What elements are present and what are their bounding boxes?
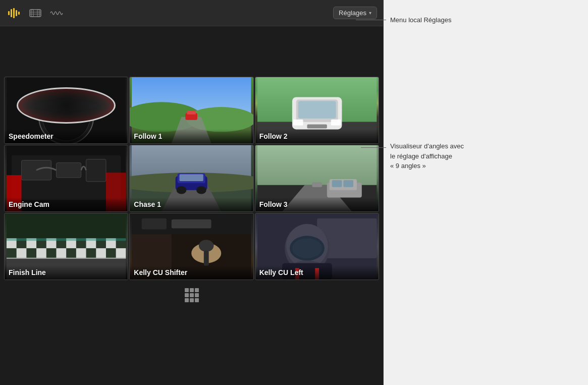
angle-cell-follow2[interactable]: Follow 2	[255, 77, 379, 144]
kellycculeft-label: Kelly CU Left	[255, 265, 379, 280]
svg-rect-72	[7, 238, 126, 241]
annotation-settings-text: Menu local Réglages	[390, 15, 451, 25]
grid-dot	[195, 293, 199, 297]
svg-rect-37	[56, 162, 81, 178]
svg-rect-64	[17, 248, 27, 258]
svg-rect-25	[187, 111, 196, 115]
waveform-icon[interactable]	[6, 5, 22, 21]
svg-point-19	[63, 114, 69, 120]
svg-rect-30	[298, 101, 336, 118]
svg-rect-68	[96, 248, 106, 258]
svg-rect-69	[116, 248, 126, 258]
svg-rect-65	[36, 248, 46, 258]
svg-rect-66	[56, 248, 66, 258]
grid-dot	[195, 288, 199, 292]
svg-rect-81	[172, 219, 211, 229]
svg-rect-46	[180, 174, 203, 181]
svg-rect-4	[18, 12, 20, 15]
angle-cell-kellycculeft[interactable]: Kelly CU Left	[255, 213, 379, 280]
svg-rect-80	[142, 218, 167, 230]
grid-view-icon[interactable]	[185, 288, 199, 302]
angle-viewer: Speedometer	[0, 77, 383, 280]
angle-cell-chase[interactable]: Chase 1	[129, 145, 253, 212]
svg-rect-78	[204, 251, 209, 266]
film-icon[interactable]	[27, 5, 43, 21]
grid-dot	[190, 288, 194, 292]
speedometer-label: Speedometer	[5, 129, 128, 143]
svg-point-48	[196, 186, 206, 194]
svg-line-16	[42, 96, 45, 100]
svg-rect-31	[293, 120, 303, 126]
right-panel: Menu local Réglages Visualiseur d'angles…	[384, 0, 588, 385]
svg-rect-67	[76, 248, 86, 258]
annotation-viewer: Visualiseur d'angles avec le réglage d'a…	[356, 141, 568, 171]
angle-cell-follow1[interactable]: Follow 1	[129, 77, 253, 144]
top-spacer	[0, 26, 383, 77]
grid-dot	[195, 298, 199, 302]
svg-rect-33	[307, 125, 327, 129]
svg-rect-2	[13, 8, 15, 18]
angle-cell-finishline[interactable]: Finish Line	[4, 213, 128, 280]
audio-icon[interactable]	[48, 5, 65, 21]
svg-rect-1	[11, 9, 12, 17]
svg-rect-6	[31, 10, 33, 17]
angle-cell-enginecam[interactable]: Engine Cam	[4, 145, 128, 212]
angle-cell-speedometer[interactable]: Speedometer	[4, 77, 128, 144]
grid-dot	[185, 293, 189, 297]
svg-rect-3	[16, 10, 17, 16]
svg-line-17	[32, 106, 36, 108]
angle-cell-kellycushifter[interactable]: Kelly CU Shifter	[129, 213, 253, 280]
grid-dot	[185, 298, 189, 302]
annotation-settings: Menu local Réglages	[351, 15, 563, 25]
annotation-viewer-text: Visualiseur d'angles avec le réglage d'a…	[390, 141, 464, 171]
svg-point-87	[292, 238, 322, 258]
toolbar-left	[6, 5, 65, 21]
chase-label: Chase 1	[130, 197, 253, 211]
grid-dot	[190, 293, 194, 297]
enginecam-label: Engine Cam	[5, 197, 128, 211]
grid-dot	[190, 298, 194, 302]
svg-rect-51	[312, 182, 322, 187]
bottom-bar	[0, 280, 383, 310]
toolbar: Réglages ▾	[0, 0, 383, 26]
svg-point-47	[177, 186, 187, 194]
svg-line-14	[78, 96, 80, 100]
left-panel: Réglages ▾	[0, 0, 384, 385]
svg-rect-55	[343, 180, 353, 187]
follow3-label: Follow 3	[255, 197, 379, 211]
finishline-label: Finish Line	[5, 265, 128, 280]
svg-line-18	[66, 99, 80, 117]
svg-rect-32	[331, 120, 341, 126]
svg-point-77	[199, 240, 214, 252]
annotation-line	[356, 20, 386, 20]
svg-rect-38	[86, 159, 106, 182]
kellycushifter-label: Kelly CU Shifter	[130, 265, 253, 280]
svg-line-15	[86, 106, 90, 108]
annotation-line2	[361, 147, 386, 148]
grid-dot	[185, 288, 189, 292]
svg-rect-54	[332, 180, 342, 187]
svg-rect-7	[37, 10, 39, 17]
svg-rect-0	[8, 11, 10, 15]
follow1-label: Follow 1	[130, 129, 253, 143]
